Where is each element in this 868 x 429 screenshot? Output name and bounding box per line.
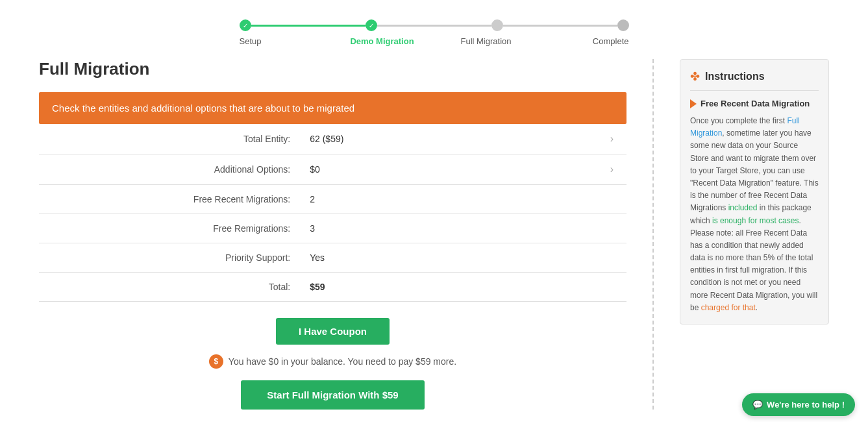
table-row-priority-support: Priority Support: Yes	[39, 243, 626, 273]
progress-bar: ✓ ✓ Setup Demo Migration Full Migration …	[0, 0, 868, 59]
help-button[interactable]: 💬 We're here to help !	[742, 393, 855, 410]
step-complete-circle	[617, 19, 629, 31]
charged-highlight: charged for that	[701, 303, 756, 312]
step-line-2	[377, 25, 491, 27]
page-title: Full Migration	[39, 59, 626, 79]
coupon-section: I Have Coupon	[39, 318, 626, 345]
instructions-box: ✤ Instructions Free Recent Data Migratio…	[680, 59, 829, 325]
free-remigrations-value: 3	[303, 214, 512, 243]
table-row-total-entity: Total Entity: 62 ($59) ›	[39, 124, 626, 154]
step-label-demo: Demo Migration	[343, 36, 421, 46]
chat-icon: 💬	[752, 400, 763, 410]
step-label-setup: Setup	[240, 36, 317, 46]
step-line-1	[251, 25, 366, 27]
table-row-free-remigrations: Free Remigrations: 3	[39, 214, 626, 243]
step-setup-circle: ✓	[240, 19, 251, 31]
total-entity-chevron[interactable]: ›	[512, 124, 626, 154]
coupon-button[interactable]: I Have Coupon	[276, 318, 390, 345]
step-label-complete: Complete	[551, 36, 629, 46]
recent-data-title: Free Recent Data Migration	[690, 99, 819, 108]
details-table: Total Entity: 62 ($59) › Additional Opti…	[39, 124, 626, 302]
total-value: $59	[303, 273, 512, 302]
balance-info: $ You have $0 in your balance. You need …	[39, 354, 626, 369]
table-row-additional-options: Additional Options: $0 ›	[39, 154, 626, 185]
free-recent-value: 2	[303, 185, 512, 214]
info-banner: Check the entities and additional option…	[39, 92, 626, 124]
step-full-circle	[491, 19, 503, 31]
balance-text: You have $0 in your balance. You need to…	[229, 356, 456, 367]
additional-options-label: Additional Options:	[39, 154, 303, 185]
step-label-full: Full Migration	[447, 36, 525, 46]
enough-highlight: is enough for most cases	[712, 216, 799, 225]
start-migration-button[interactable]: Start Full Migration With $59	[241, 380, 424, 410]
instructions-icon: ✤	[690, 69, 700, 84]
total-entity-label: Total Entity:	[39, 124, 303, 154]
free-remigrations-label: Free Remigrations:	[39, 214, 303, 243]
table-row-free-recent: Free Recent Migrations: 2	[39, 185, 626, 214]
orange-triangle-icon	[690, 99, 697, 108]
main-content: Full Migration Check the entities and ad…	[39, 59, 626, 410]
step-demo-circle: ✓	[366, 19, 377, 31]
priority-support-label: Priority Support:	[39, 243, 303, 273]
table-row-total: Total: $59	[39, 273, 626, 302]
instructions-title: Instructions	[705, 71, 765, 82]
section-divider	[652, 59, 654, 410]
right-sidebar: ✤ Instructions Free Recent Data Migratio…	[680, 59, 829, 410]
total-label: Total:	[39, 273, 303, 302]
step-line-3	[503, 25, 617, 27]
included-highlight: included	[728, 203, 758, 212]
start-section: Start Full Migration With $59	[39, 380, 626, 410]
help-label: We're here to help !	[767, 400, 845, 410]
recent-data-label: Free Recent Data Migration	[701, 99, 810, 108]
priority-support-value: Yes	[303, 243, 512, 273]
free-recent-label: Free Recent Migrations:	[39, 185, 303, 214]
full-migration-link: Full Migration	[690, 116, 800, 138]
balance-icon: $	[209, 354, 223, 369]
instructions-header: ✤ Instructions	[690, 69, 819, 91]
additional-options-chevron[interactable]: ›	[512, 154, 626, 185]
additional-options-value: $0	[303, 154, 512, 185]
total-entity-value: 62 ($59)	[303, 124, 512, 154]
instructions-text: Once you complete the first Full Migrati…	[690, 115, 819, 314]
